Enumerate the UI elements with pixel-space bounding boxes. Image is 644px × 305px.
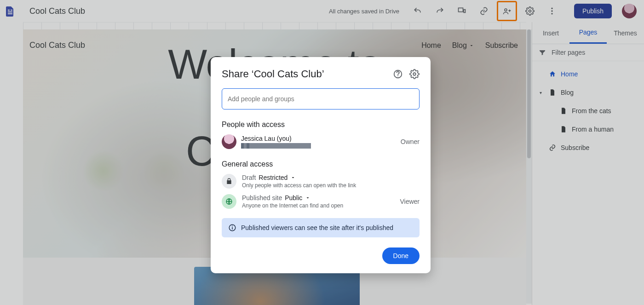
published-access-row: Published site Public Anyone on the Inte… [222,194,420,209]
person-email-redacted [241,143,311,149]
info-banner-text: Published viewers can see the site after… [241,224,393,231]
person-avatar [222,134,236,149]
help-icon[interactable] [393,69,403,79]
person-row-owner: Jessica Lau (you) Owner [222,134,420,149]
svg-point-12 [413,73,416,75]
dialog-title: Share ‘Cool Cats Club’ [222,68,324,80]
add-people-input[interactable] [222,88,420,109]
svg-rect-16 [232,226,233,227]
person-role: Owner [401,138,420,145]
chevron-down-icon [305,195,310,201]
lock-icon [222,174,236,189]
globe-icon [222,194,236,209]
published-access-sub: Anyone on the Internet can find and open [242,202,343,209]
published-role[interactable]: Viewer [400,198,420,205]
svg-rect-15 [232,227,233,230]
share-dialog: Share ‘Cool Cats Club’ People with acces… [211,57,431,273]
draft-access-selector[interactable]: Draft Restricted [242,174,356,181]
draft-access-sub: Only people with access can open with th… [242,182,356,189]
published-access-selector[interactable]: Published site Public [242,194,343,201]
info-banner: Published viewers can see the site after… [222,218,420,237]
info-icon [228,224,236,232]
done-button[interactable]: Done [382,247,420,264]
people-with-access-header: People with access [222,121,420,129]
settings-icon[interactable] [409,69,420,79]
chevron-down-icon [290,175,296,180]
draft-access-row: Draft Restricted Only people with access… [222,174,420,189]
person-name: Jessica Lau (you) [241,135,311,142]
general-access-header: General access [222,160,420,168]
